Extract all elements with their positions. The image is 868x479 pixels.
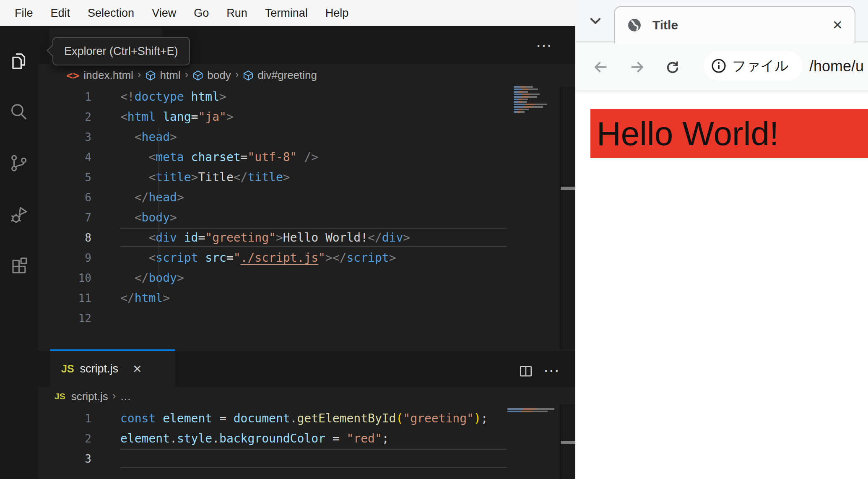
breadcrumb[interactable]: <>index.html›html›body›div#greeting xyxy=(38,64,575,87)
chevron-right-icon: › xyxy=(138,68,141,81)
extensions-icon[interactable] xyxy=(9,256,29,276)
code-line[interactable]: 7 <body> xyxy=(38,208,575,228)
current-line-highlight xyxy=(120,228,507,247)
line-number: 4 xyxy=(38,147,91,167)
line-number: 5 xyxy=(38,167,91,187)
code-text: <title>Title</title> xyxy=(120,167,290,187)
explorer-icon[interactable] xyxy=(9,51,29,71)
script-js-code-editor[interactable]: 1const element = document.getElementById… xyxy=(38,409,575,479)
scrollbar-top[interactable] xyxy=(560,87,575,349)
minimap-line xyxy=(514,86,533,88)
index-html-code-editor[interactable]: 1<!doctype html>2<html lang="ja">3 <head… xyxy=(38,87,575,349)
symbol-cube-icon xyxy=(192,70,203,81)
panel-tab-bar: JS script.js ✕ ⋯ xyxy=(38,351,575,387)
line-number: 2 xyxy=(38,107,91,127)
forward-icon[interactable] xyxy=(629,59,645,75)
line-number: 8 xyxy=(38,228,91,248)
code-line[interactable]: 11</html> xyxy=(38,288,575,308)
menu-item-run[interactable]: Run xyxy=(218,7,256,20)
minimap-panel[interactable] xyxy=(507,408,562,413)
code-text: </body> xyxy=(120,268,184,288)
minimap-line xyxy=(507,411,548,412)
current-line-highlight xyxy=(120,449,507,468)
source-control-icon[interactable] xyxy=(9,153,29,173)
scrollbar-panel[interactable] xyxy=(560,404,575,479)
breadcrumb-item[interactable]: html xyxy=(145,69,180,82)
tab-label: script.js xyxy=(80,362,119,375)
code-line[interactable]: 12 xyxy=(38,308,575,328)
indent-guide xyxy=(158,127,159,288)
chip-label: ファイル xyxy=(732,57,789,75)
code-text: <!doctype html> xyxy=(120,87,226,107)
code-line[interactable]: 2<html lang="ja"> xyxy=(38,107,575,127)
minimap-line xyxy=(507,408,554,410)
file-scheme-chip[interactable]: ファイル xyxy=(704,51,803,81)
chevron-right-icon: › xyxy=(235,68,239,81)
back-icon[interactable] xyxy=(593,59,608,75)
code-line[interactable]: 4 <meta charset="utf-8" /> xyxy=(38,147,575,167)
close-icon[interactable]: ✕ xyxy=(133,362,142,376)
breadcrumb-item[interactable]: body xyxy=(192,69,231,82)
editor-actions-more-icon[interactable]: ⋯ xyxy=(536,37,552,54)
breadcrumb-more[interactable]: … xyxy=(120,390,131,403)
menu-item-help[interactable]: Help xyxy=(317,7,358,20)
overview-ruler-cursor-marker xyxy=(561,187,575,190)
line-number: 9 xyxy=(38,248,91,268)
line-number: 10 xyxy=(38,268,91,288)
explorer-tooltip: Explorer (Ctrl+Shift+E) xyxy=(52,37,190,65)
split-editor-icon[interactable] xyxy=(518,364,533,379)
line-number: 12 xyxy=(38,308,91,328)
code-line[interactable]: 3 <head> xyxy=(38,127,575,147)
html-file-icon: <> xyxy=(66,69,79,82)
info-icon xyxy=(711,58,726,73)
browser-tab[interactable]: Title ✕ xyxy=(614,6,855,43)
code-text: </head> xyxy=(120,187,184,208)
code-text: <html lang="ja"> xyxy=(120,107,234,127)
menu-item-view[interactable]: View xyxy=(143,7,185,20)
greeting-banner: Hello World! xyxy=(590,109,868,158)
reload-icon[interactable] xyxy=(665,59,681,75)
minimap-line xyxy=(514,99,528,100)
code-line[interactable]: 1<!doctype html> xyxy=(38,87,575,107)
code-line[interactable]: 10 </body> xyxy=(38,268,575,288)
close-icon[interactable]: ✕ xyxy=(832,18,843,32)
menu-item-edit[interactable]: Edit xyxy=(42,7,79,20)
minimap-line xyxy=(514,104,547,105)
breadcrumb-item[interactable]: JSscript.js xyxy=(55,390,108,403)
search-icon[interactable] xyxy=(9,102,29,122)
menu-item-terminal[interactable]: Terminal xyxy=(256,7,317,20)
code-text: element.style.backgroundColor = "red"; xyxy=(120,429,389,449)
menu-item-selection[interactable]: Selection xyxy=(79,7,143,20)
line-number: 3 xyxy=(38,127,91,147)
breadcrumb-item[interactable]: <>index.html xyxy=(66,69,133,82)
symbol-cube-icon xyxy=(243,70,254,81)
code-text: const element = document.getElementById(… xyxy=(120,409,488,429)
address-bar-url[interactable]: /home/u xyxy=(809,57,864,75)
chevron-down-icon[interactable] xyxy=(587,13,604,29)
breadcrumb-item[interactable]: div#greeting xyxy=(243,69,317,82)
script-js-tab[interactable]: JS script.js ✕ xyxy=(50,351,175,387)
run-debug-icon[interactable] xyxy=(9,206,29,226)
minimap-line xyxy=(514,109,529,110)
js-file-icon: JS xyxy=(61,363,74,375)
minimap-line xyxy=(514,111,525,113)
panel-actions-more-icon[interactable]: ⋯ xyxy=(543,362,559,379)
greeting-text: Hello World! xyxy=(597,115,779,153)
code-line[interactable]: 5 <title>Title</title> xyxy=(38,167,575,187)
minimap-line xyxy=(514,96,537,98)
code-line[interactable]: 1const element = document.getElementById… xyxy=(38,409,575,429)
line-number: 11 xyxy=(38,288,91,308)
minimap-top[interactable] xyxy=(514,86,560,114)
code-line[interactable]: 2element.style.backgroundColor = "red"; xyxy=(38,429,575,449)
line-number: 3 xyxy=(38,449,91,469)
code-text: <meta charset="utf-8" /> xyxy=(120,147,318,167)
code-line[interactable]: 6 </head> xyxy=(38,187,575,208)
globe-icon xyxy=(626,17,642,33)
menu-item-go[interactable]: Go xyxy=(185,7,218,20)
code-line[interactable]: 9 <script src="./script.js"></script> xyxy=(38,248,575,268)
line-number: 1 xyxy=(38,87,91,107)
panel-breadcrumb[interactable]: JSscript.js›… xyxy=(38,387,575,406)
code-text: <script src="./script.js"></script> xyxy=(120,248,396,268)
browser-page: Hello World! xyxy=(575,91,868,479)
menu-item-file[interactable]: File xyxy=(6,7,42,20)
